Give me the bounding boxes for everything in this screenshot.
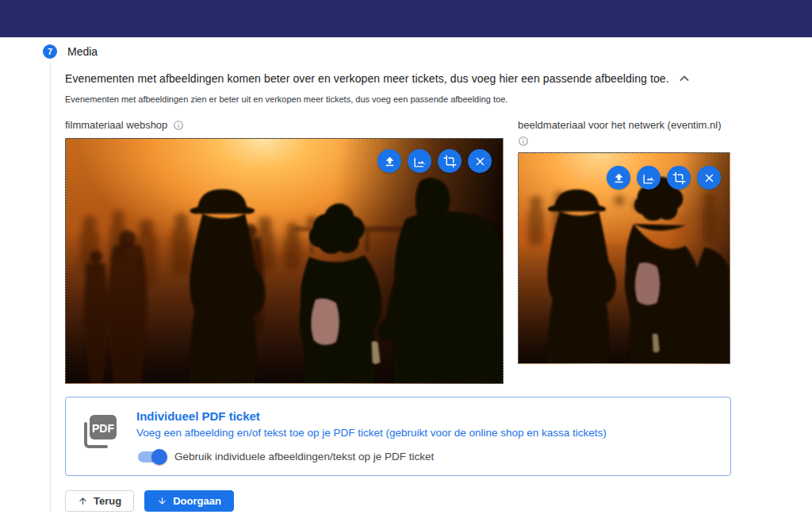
close-icon[interactable] — [697, 166, 721, 190]
network-image-preview[interactable] — [518, 152, 730, 364]
network-image-label: beeldmateriaal voor het netwerk (eventim… — [518, 119, 722, 131]
continue-button-label: Doorgaan — [173, 495, 221, 507]
arrow-down-icon — [157, 496, 167, 506]
webshop-image-preview[interactable] — [65, 138, 504, 384]
gallery-icon[interactable] — [637, 166, 661, 190]
info-icon[interactable] — [518, 136, 529, 147]
pdf-ticket-card: PDF Individueel PDF ticket Voeg een afbe… — [65, 397, 731, 476]
network-image-actions — [607, 166, 721, 190]
step-number-badge: 7 — [43, 44, 57, 59]
toggle-knob — [151, 449, 167, 465]
pdf-ticket-toggle-label: Gebruik individuele afbeeldingen/tekst o… — [174, 451, 434, 463]
step-title: Media — [67, 45, 98, 58]
pdf-ticket-toggle[interactable] — [138, 451, 165, 463]
webshop-image-actions — [377, 149, 492, 173]
close-icon[interactable] — [468, 149, 492, 173]
back-button-label: Terug — [94, 495, 121, 507]
continue-button[interactable]: Doorgaan — [144, 490, 234, 512]
pdf-file-icon: PDF — [80, 411, 120, 454]
webshop-photo-silhouettes — [66, 139, 503, 383]
crop-icon[interactable] — [438, 149, 462, 173]
crop-icon[interactable] — [667, 166, 691, 190]
svg-text:PDF: PDF — [92, 422, 114, 435]
back-button[interactable]: Terug — [65, 490, 134, 512]
stepper-connector-line — [50, 63, 51, 512]
intro-headline: Evenementen met afbeeldingen komen beter… — [65, 72, 669, 85]
gallery-icon[interactable] — [408, 149, 431, 173]
intro-subline: Evenementen met afbeeldingen zien er bet… — [65, 94, 731, 104]
webshop-image-label: filmmateriaal webshop — [65, 119, 167, 131]
pdf-ticket-description: Voeg een afbeelding en/of tekst toe op j… — [136, 427, 607, 439]
step-header: 7 Media — [43, 44, 98, 59]
pdf-ticket-title: Individueel PDF ticket — [136, 409, 607, 423]
upload-icon[interactable] — [607, 166, 630, 190]
arrow-up-icon — [78, 496, 88, 506]
info-icon[interactable] — [173, 120, 184, 131]
chevron-up-icon[interactable] — [679, 73, 690, 84]
upload-icon[interactable] — [377, 149, 401, 173]
top-nav-bar — [0, 0, 812, 37]
